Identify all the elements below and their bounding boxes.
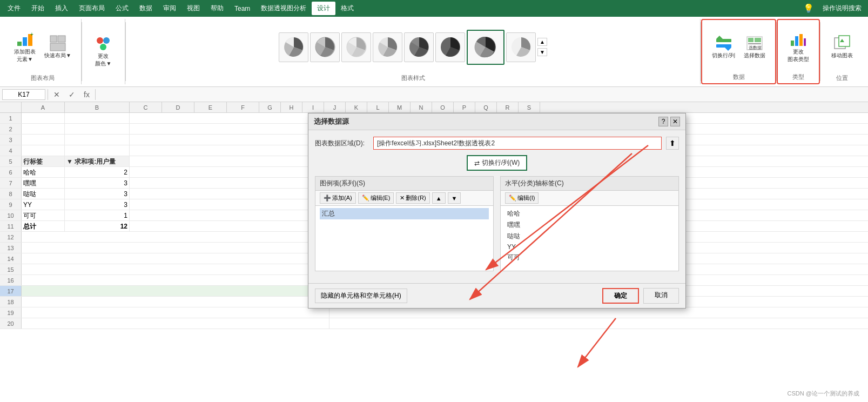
ribbon-group-items-color: 更改颜色▼ [90,21,117,81]
menu-pivot-analysis[interactable]: 数据透视图分析 [255,2,312,15]
switch-row-col-button[interactable]: 切换行/列 [709,32,738,62]
chart-style-selected[interactable] [467,30,504,65]
ribbon-group-items-data: 切换行/列 选数据 选择数据 [709,22,769,72]
formula-cancel-icon[interactable]: ✕ [50,90,63,99]
ribbon-group-items-layout: + 添加图表元素▼ 快速布局▼ [11,21,75,73]
menu-design[interactable]: 设计 [312,2,335,15]
search-label[interactable]: 操作说明搜索 [818,4,866,13]
change-color-icon [95,35,112,52]
formula-bar-separator-2 [95,89,96,100]
menu-file[interactable]: 文件 [2,2,26,15]
type-group-label: 类型 [792,73,804,81]
axis-item-yy[interactable]: YY [505,242,674,252]
legend-item-summary[interactable]: 汇总 [320,208,489,219]
svg-rect-5 [58,36,65,42]
formula-input[interactable] [98,91,866,98]
menu-team[interactable]: Team [229,3,255,15]
dialog-body: 图表数据区域(D): [操作fexcel练习.xlsx]Sheet2!数据透视表… [308,130,685,283]
chart-layout-group-label: 图表布局 [31,74,55,82]
ribbon-group-chart-layout: + 添加图表元素▼ 快速布局▼ 图表布局 [4,19,82,84]
legend-delete-button[interactable]: ✕ 删除(R) [396,192,429,204]
chart-style-scroll-down[interactable]: ▼ [537,48,547,56]
chart-data-range-row: 图表数据区域(D): [操作fexcel练习.xlsx]Sheet2!数据透视表… [315,137,679,150]
dialog-ok-button[interactable]: 确定 [602,288,639,304]
menu-page-layout[interactable]: 页面布局 [73,2,110,15]
menu-format[interactable]: 格式 [335,2,359,15]
legend-down-button[interactable]: ▼ [448,192,461,204]
menu-start[interactable]: 开始 [26,2,50,15]
axis-labels-panel: 水平(分类)轴标签(C) ✏️ 编辑(I) 哈哈 嘿嘿 哒哒 YY 可可 [500,176,679,271]
chart-style-2[interactable] [310,32,340,62]
svg-point-9 [100,44,106,50]
menu-insert[interactable]: 插入 [50,2,73,15]
axis-item-dada[interactable]: 哒哒 [505,231,674,242]
svg-rect-29 [799,34,803,46]
legend-series-panel: 图例项(系列)(S) ➕ 添加(A) ✏️ 编辑(E) ✕ 删除(R) ▲ ▼ … [315,176,494,271]
select-data-button[interactable]: 选数据 选择数据 [741,32,769,62]
svg-rect-4 [50,36,57,42]
switch-row-col-dialog-button[interactable]: ⇄ 切换行/列(W) [467,155,528,171]
chart-style-3[interactable] [341,32,371,62]
change-color-button[interactable]: 更改颜色▼ [90,33,117,70]
hidden-cells-button[interactable]: 隐藏的单元格和空单元格(H) [315,289,407,303]
quick-layout-button[interactable]: 快速布局▼ [41,32,75,62]
axis-item-keke[interactable]: 可可 [505,252,674,263]
switch-icon: ⇄ [474,159,480,167]
menu-formula[interactable]: 公式 [110,2,134,15]
svg-rect-28 [795,36,798,46]
chart-style-4[interactable] [373,32,402,62]
menu-help[interactable]: 帮助 [205,2,229,15]
legend-up-button[interactable]: ▲ [432,192,446,204]
search-icon[interactable]: 💡 [799,3,818,14]
dialog-bottom: 隐藏的单元格和空单元格(H) 确定 取消 [308,283,685,308]
dialog-cancel-button[interactable]: 取消 [643,288,679,304]
chart-styles-group-label: 图表样式 [401,74,425,82]
main-area: A B C D E F G H I J K L M N O P Q R S 1 [0,102,868,402]
dialog-title: 选择数据源 [314,117,349,126]
legend-add-button[interactable]: ➕ 添加(A) [320,192,356,204]
svg-marker-21 [725,48,731,51]
change-chart-type-button[interactable]: 更改图表类型 [784,29,812,65]
ribbon-group-items-type: 更改图表类型 [784,22,812,72]
formula-confirm-icon[interactable]: ✓ [65,90,78,99]
move-chart-button[interactable]: 移动图表 [828,32,856,62]
axis-item-hehe[interactable]: 嘿嘿 [505,219,674,231]
formula-bar-separator [48,89,48,100]
position-group-label: 位置 [836,74,848,82]
chart-style-5[interactable] [404,32,434,62]
axis-item-haha[interactable]: 哈哈 [505,208,674,219]
ribbon-group-chart-styles: ▲ ▼ 图表样式 [126,19,701,84]
name-box[interactable] [2,89,45,100]
menu-data[interactable]: 数据 [134,2,158,15]
change-chart-type-label: 更改图表类型 [788,48,809,63]
svg-rect-6 [50,43,65,51]
svg-rect-32 [839,36,850,46]
chart-style-8[interactable] [506,32,536,62]
axis-panel-toolbar: ✏️ 编辑(I) [501,191,678,206]
quick-layout-label: 快速布局▼ [44,52,71,59]
menu-view[interactable]: 视图 [181,2,205,15]
formula-function-icon[interactable]: fx [80,90,93,99]
dialog-overlay: 选择数据源 ? ✕ 图表数据区域(D): [操作fexcel练习.xlsx]Sh… [0,102,868,402]
ribbon-group-color: 更改颜色▼ [82,19,125,84]
svg-point-7 [97,37,103,44]
ribbon: + 添加图表元素▼ 快速布局▼ 图表布局 [0,17,868,87]
svg-rect-0 [17,42,22,46]
legend-edit-button[interactable]: ✏️ 编辑(E) [358,192,394,204]
add-chart-element-button[interactable]: + 添加图表元素▼ [11,29,39,65]
chart-style-6[interactable] [435,32,465,62]
move-chart-icon [833,35,851,52]
axis-edit-button[interactable]: ✏️ 编辑(I) [505,192,539,204]
dialog-help-button[interactable]: ? [658,117,668,126]
chart-data-range-picker[interactable]: ⬆ [666,137,679,150]
ribbon-content: + 添加图表元素▼ 快速布局▼ 图表布局 [0,17,868,86]
dialog-close-button[interactable]: ✕ [670,117,680,126]
dialog-title-bar[interactable]: 选择数据源 ? ✕ [308,113,685,130]
menu-review[interactable]: 审阅 [158,2,181,15]
dialog-controls: ? ✕ [658,117,680,126]
ribbon-group-type: 更改图表类型 类型 [777,19,820,84]
chart-style-scroll-up[interactable]: ▲ [537,38,547,46]
chart-style-1[interactable] [279,32,308,62]
chart-data-input[interactable]: [操作fexcel练习.xlsx]Sheet2!数据透视表2 [373,137,662,150]
select-data-icon: 选数据 [746,35,763,52]
